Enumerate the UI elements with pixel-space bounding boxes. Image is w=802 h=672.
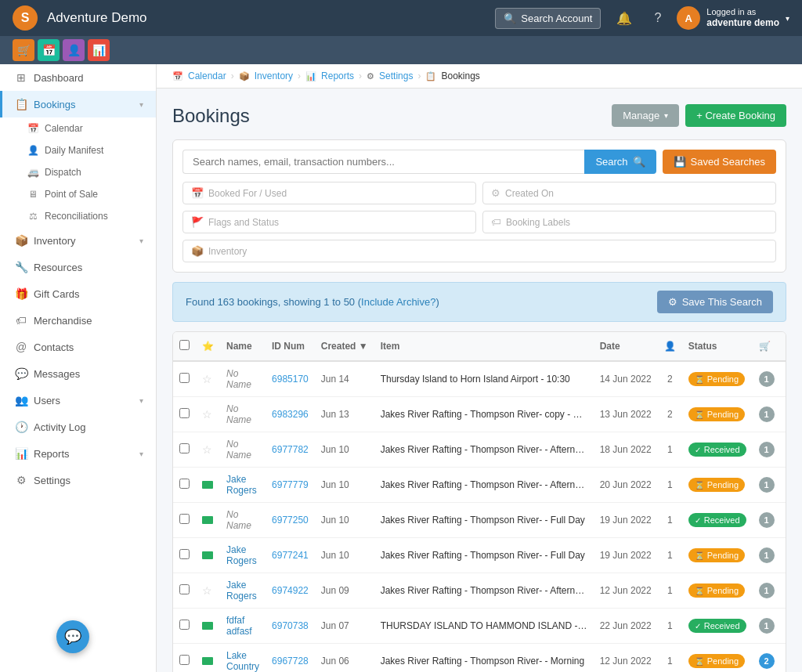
bc-calendar[interactable]: 📅 Calendar	[172, 70, 226, 81]
sidebar-item-inventory[interactable]: 📦 Inventory ▾	[0, 227, 156, 254]
booking-name[interactable]: No Name	[226, 403, 251, 425]
th-created[interactable]: Created ▼	[315, 332, 374, 361]
th-status[interactable]: Status	[682, 332, 753, 361]
booking-name[interactable]: Lake Country	[226, 650, 259, 672]
flags-filter-icon: 🚩	[191, 216, 204, 228]
booking-name[interactable]: Jake Rogers	[226, 474, 257, 496]
filter-booking-labels[interactable]: 🏷 Booking Labels	[482, 211, 776, 233]
sidebar-item-reports[interactable]: 📊 Reports ▾	[0, 440, 156, 467]
user-info[interactable]: A Logged in as adventure demo ▾	[677, 6, 789, 30]
row-actions[interactable]: ⋮	[781, 397, 786, 432]
sidebar-subitem-calendar[interactable]: 📅 Calendar	[0, 117, 156, 139]
sidebar-item-resources[interactable]: 🔧 Resources	[0, 254, 156, 280]
row-actions[interactable]: ⋮	[781, 432, 786, 468]
booking-name[interactable]: fdfaf adfasf	[226, 615, 252, 637]
quicknav-user-button[interactable]: 👤	[63, 39, 85, 61]
include-archive-link[interactable]: Include Archive?	[361, 296, 435, 308]
sidebar-item-gift-cards[interactable]: 🎁 Gift Cards	[0, 280, 156, 307]
row-idnum[interactable]: 6977250	[266, 503, 315, 538]
filter-inventory[interactable]: 📦 Inventory	[182, 240, 776, 262]
manage-button[interactable]: Manage ▾	[612, 104, 679, 127]
row-actions[interactable]: ⋮	[781, 503, 786, 538]
row-checkbox[interactable]	[179, 514, 190, 524]
notifications-button[interactable]: 🔔	[610, 8, 638, 29]
row-idnum[interactable]: 6977779	[266, 468, 315, 503]
sidebar-item-users[interactable]: 👥 Users ▾	[0, 387, 156, 414]
sidebar-item-dashboard[interactable]: ⊞ Dashboard	[0, 64, 156, 91]
row-idnum[interactable]: 6970738	[266, 609, 315, 644]
row-item: Jakes River Rafting - Thompson River- - …	[374, 538, 594, 573]
row-checkbox[interactable]	[179, 479, 190, 489]
row-idnum[interactable]: 6977241	[266, 538, 315, 573]
row-actions[interactable]: ⋮	[781, 609, 786, 644]
select-all-checkbox[interactable]	[179, 340, 190, 350]
row-checkbox[interactable]	[179, 549, 190, 559]
row-idnum[interactable]: 6985170	[266, 361, 315, 397]
row-checkbox[interactable]	[179, 620, 190, 630]
table-row: Lake Country 6967728 Jun 06 Jakes River …	[173, 644, 786, 673]
th-date[interactable]: Date	[594, 332, 658, 361]
row-actions[interactable]: ⋮	[781, 468, 786, 503]
bc-inventory[interactable]: 📦 Inventory	[239, 70, 293, 81]
row-idnum[interactable]: 6983296	[266, 397, 315, 432]
sidebar-subitem-daily-manifest[interactable]: 👤 Daily Manifest	[0, 139, 156, 161]
th-name[interactable]: Name	[220, 332, 266, 361]
filter-created-on[interactable]: ⚙ Created On	[482, 182, 776, 204]
create-booking-button[interactable]: + Create Booking	[685, 104, 786, 127]
user-name: adventure demo	[706, 17, 779, 30]
saved-searches-label: Saved Searches	[691, 156, 765, 168]
bc-reports-label[interactable]: Reports	[321, 70, 354, 81]
bc-reports-icon: 📊	[305, 71, 316, 81]
quicknav-cart-button[interactable]: 🛒	[13, 39, 34, 61]
star-icon[interactable]: ☆	[202, 408, 212, 421]
row-checkbox[interactable]	[179, 584, 190, 594]
search-account-button[interactable]: 🔍 Search Account	[495, 8, 601, 29]
bc-settings-label[interactable]: Settings	[379, 70, 413, 81]
sidebar-item-messages[interactable]: 💬 Messages	[0, 360, 156, 387]
bc-calendar-label[interactable]: Calendar	[188, 70, 226, 81]
booking-name[interactable]: No Name	[226, 368, 251, 390]
quicknav-reports-button[interactable]: 📊	[88, 39, 110, 61]
sidebar-subitem-dispatch[interactable]: 🚐 Dispatch	[0, 161, 156, 183]
chat-button[interactable]: 💬	[56, 620, 89, 653]
filter-flags-status[interactable]: 🚩 Flags and Status	[182, 211, 476, 233]
row-idnum[interactable]: 6967728	[266, 644, 315, 673]
row-actions[interactable]: ⋮	[781, 644, 786, 673]
saved-searches-button[interactable]: 💾 Saved Searches	[663, 150, 776, 174]
sidebar-item-contacts[interactable]: @ Contacts	[0, 334, 156, 360]
star-icon[interactable]: ☆	[202, 443, 212, 456]
row-idnum[interactable]: 6974922	[266, 573, 315, 609]
sidebar-item-bookings[interactable]: 📋 Bookings ▾	[0, 91, 156, 117]
booking-name[interactable]: No Name	[226, 509, 251, 531]
star-icon[interactable]: ☆	[202, 373, 212, 385]
booking-name[interactable]: Jake Rogers	[226, 544, 257, 566]
star-icon[interactable]: ☆	[202, 584, 212, 597]
row-checkbox[interactable]	[179, 655, 190, 665]
bc-inventory-label[interactable]: Inventory	[255, 70, 293, 81]
booking-name[interactable]: Jake Rogers	[226, 580, 257, 602]
row-actions[interactable]: ⋮	[781, 538, 786, 573]
row-actions[interactable]: ⋮	[781, 361, 786, 397]
sidebar-item-merchandise[interactable]: 🏷 Merchandise	[0, 307, 156, 334]
bc-reports[interactable]: 📊 Reports	[305, 70, 354, 81]
bookings-table: ⭐ Name ID Num Created ▼ Item Date 👤 Stat…	[172, 331, 786, 672]
sidebar-item-activity-log[interactable]: 🕐 Activity Log	[0, 414, 156, 440]
row-checkbox[interactable]	[179, 373, 190, 383]
sidebar-subitem-reconciliations[interactable]: ⚖ Reconciliations	[0, 205, 156, 227]
help-button[interactable]: ?	[648, 8, 667, 28]
search-button[interactable]: Search 🔍	[584, 150, 656, 174]
search-input[interactable]	[182, 150, 584, 174]
save-this-search-button[interactable]: ⚙ Save This Search	[657, 291, 773, 313]
quicknav-calendar-button[interactable]: 📅	[38, 39, 60, 61]
sidebar-subitem-point-of-sale[interactable]: 🖥 Point of Sale	[0, 183, 156, 205]
sidebar-item-settings[interactable]: ⚙ Settings	[0, 467, 156, 493]
row-actions[interactable]: ⋮	[781, 573, 786, 609]
row-checkbox[interactable]	[179, 408, 190, 418]
th-idnum[interactable]: ID Num	[266, 332, 315, 361]
bc-settings[interactable]: ⚙ Settings	[367, 70, 413, 81]
filter-booked-for[interactable]: 📅 Booked For / Used	[182, 182, 476, 204]
booking-name[interactable]: No Name	[226, 439, 251, 461]
row-checkbox[interactable]	[179, 443, 190, 453]
th-item[interactable]: Item	[374, 332, 594, 361]
row-idnum[interactable]: 6977782	[266, 432, 315, 468]
